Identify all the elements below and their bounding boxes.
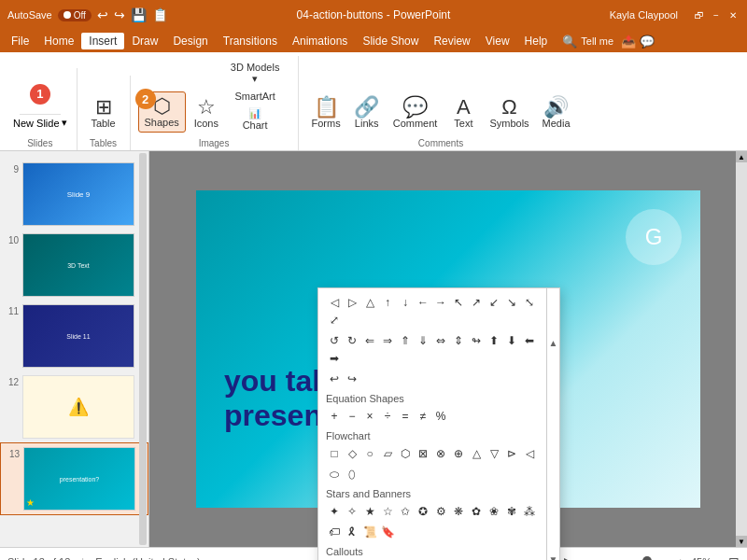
menu-home[interactable]: Home <box>36 33 81 49</box>
flow-shape[interactable]: ⊠ <box>415 445 431 462</box>
flow-shape[interactable]: ⬡ <box>397 445 414 462</box>
menu-slideshow[interactable]: Slide Show <box>355 33 426 49</box>
fit-slide-icon[interactable]: ⊡ <box>728 554 740 561</box>
shape-btn[interactable]: ▷ <box>344 294 360 311</box>
chart-button[interactable]: 📊 Chart <box>227 105 284 133</box>
shape-btn[interactable]: ↓ <box>397 294 414 311</box>
shape-btn[interactable]: ↺ <box>326 332 343 349</box>
media-button[interactable]: 🔊 Media <box>537 93 576 133</box>
flow-shape[interactable]: ○ <box>361 445 378 462</box>
shape-btn[interactable]: ⬇ <box>503 332 520 349</box>
star-shape[interactable]: ✧ <box>344 503 360 520</box>
search-icon[interactable]: 🔍 <box>562 35 577 49</box>
new-slide-button[interactable]: 1 New Slide ▾ <box>11 72 69 133</box>
shape-btn[interactable]: ⇐ <box>361 332 378 349</box>
star-shape[interactable]: ✩ <box>397 503 414 520</box>
star-shape[interactable]: ✾ <box>503 503 520 520</box>
menu-insert[interactable]: Insert <box>81 33 124 49</box>
shape-btn[interactable]: ⇒ <box>379 332 396 349</box>
banner-shape[interactable]: 🎗 <box>344 524 360 540</box>
shape-btn[interactable]: ↻ <box>344 332 360 349</box>
zoom-percent[interactable]: 45% <box>691 556 721 561</box>
menu-draw[interactable]: Draw <box>124 33 165 49</box>
shape-btn[interactable]: ↘ <box>503 294 520 311</box>
banner-shape[interactable]: 📜 <box>361 524 378 540</box>
shape-btn[interactable]: ↗ <box>468 294 485 311</box>
star-shape[interactable]: ✿ <box>468 503 485 520</box>
eq-shape[interactable]: = <box>397 408 414 425</box>
restore-icon[interactable]: 🗗 <box>693 8 706 21</box>
shape-btn[interactable]: ↬ <box>468 332 485 349</box>
menu-transitions[interactable]: Transitions <box>216 33 285 49</box>
flow-shape[interactable]: ◇ <box>344 445 360 462</box>
menu-file[interactable]: File <box>4 33 36 49</box>
shape-btn[interactable]: ↙ <box>486 294 502 311</box>
shape-btn[interactable]: ⬆ <box>486 332 502 349</box>
table-button[interactable]: ⊞ Table <box>85 93 122 133</box>
eq-shape[interactable]: ÷ <box>379 408 396 425</box>
symbols-button[interactable]: Ω Symbols <box>484 93 534 133</box>
shape-btn[interactable]: → <box>432 294 449 311</box>
shape-btn[interactable]: ⇓ <box>415 332 431 349</box>
banner-shape[interactable]: 🏷 <box>326 524 343 540</box>
slide-thumb-12[interactable]: 12 ⚠️ <box>0 371 148 442</box>
shape-btn[interactable]: ← <box>415 294 431 311</box>
scroll-up-arrow[interactable]: ▲ <box>547 288 559 397</box>
menu-design[interactable]: Design <box>165 33 215 49</box>
shape-btn[interactable]: ↑ <box>379 294 396 311</box>
shape-btn[interactable]: ◁ <box>326 294 343 311</box>
redo-icon[interactable]: ↪ <box>114 7 125 22</box>
shape-btn[interactable]: ⇔ <box>432 332 449 349</box>
shape-btn[interactable]: ↖ <box>450 294 467 311</box>
flow-shape[interactable]: ⬯ <box>344 466 360 483</box>
slide-thumb-9[interactable]: 9 Slide 9 <box>0 159 148 230</box>
share-icon[interactable]: 📤 <box>621 35 636 49</box>
star-shape[interactable]: ⚙ <box>432 503 449 520</box>
slide-thumb-11[interactable]: 11 Slide 11 <box>0 301 148 371</box>
flow-shape[interactable]: ▱ <box>379 445 396 462</box>
slide-thumb-10[interactable]: 10 3D Text <box>0 230 148 301</box>
eq-shape[interactable]: ≠ <box>415 408 431 425</box>
star-shape[interactable]: ✦ <box>326 503 343 520</box>
star-shape[interactable]: ❀ <box>486 503 502 520</box>
close-icon[interactable]: ✕ <box>726 8 740 21</box>
shape-btn[interactable]: ↪ <box>344 371 360 387</box>
shape-btn[interactable]: ↩ <box>326 371 343 387</box>
canvas-scroll-down[interactable]: ▼ <box>736 536 747 547</box>
flow-shape[interactable]: △ <box>468 445 485 462</box>
star-shape[interactable]: ★ <box>361 503 378 520</box>
3d-models-button[interactable]: 3D Models ▾ <box>227 60 284 87</box>
banner-shape[interactable]: 🔖 <box>379 524 396 540</box>
star-shape[interactable]: ☆ <box>379 503 396 520</box>
menu-view[interactable]: View <box>478 33 517 49</box>
shapes-button[interactable]: 2 ⬡ Shapes <box>138 91 186 133</box>
menu-review[interactable]: Review <box>426 33 477 49</box>
star-shape[interactable]: ⁂ <box>521 503 538 520</box>
shape-btn[interactable]: △ <box>361 294 378 311</box>
smartart-button[interactable]: SmartArt <box>227 89 284 104</box>
comments-icon[interactable]: 💬 <box>640 35 655 49</box>
undo-icon[interactable]: ↩ <box>97 7 108 22</box>
icons-button[interactable]: ☆ Icons <box>188 93 225 133</box>
flow-shape[interactable]: □ <box>326 445 343 462</box>
tell-me-label[interactable]: Tell me <box>581 35 613 47</box>
flow-shape[interactable]: ⊕ <box>450 445 467 462</box>
slideshow-view-icon[interactable]: ▶ <box>564 554 574 561</box>
flow-shape[interactable]: ◁ <box>521 445 538 462</box>
shape-btn[interactable]: ⤡ <box>521 294 538 311</box>
flow-shape[interactable]: ▽ <box>486 445 502 462</box>
canvas-scroll-up[interactable]: ▲ <box>736 151 747 162</box>
comment-button[interactable]: 💬 Comment <box>388 93 444 133</box>
shape-btn[interactable]: ⤢ <box>326 312 343 329</box>
shape-btn[interactable]: ⇑ <box>397 332 414 349</box>
save-icon[interactable]: 💾 <box>131 7 147 22</box>
menu-help[interactable]: Help <box>517 33 556 49</box>
slide-thumb-13[interactable]: 13 presentation? ★ <box>0 442 148 515</box>
shape-btn[interactable]: ⇕ <box>450 332 467 349</box>
eq-shape[interactable]: + <box>326 408 343 425</box>
eq-shape[interactable]: % <box>432 408 449 425</box>
eq-shape[interactable]: − <box>344 408 360 425</box>
star-shape[interactable]: ✪ <box>415 503 431 520</box>
shape-btn[interactable]: ➡ <box>326 350 343 367</box>
star-shape[interactable]: ❋ <box>450 503 467 520</box>
